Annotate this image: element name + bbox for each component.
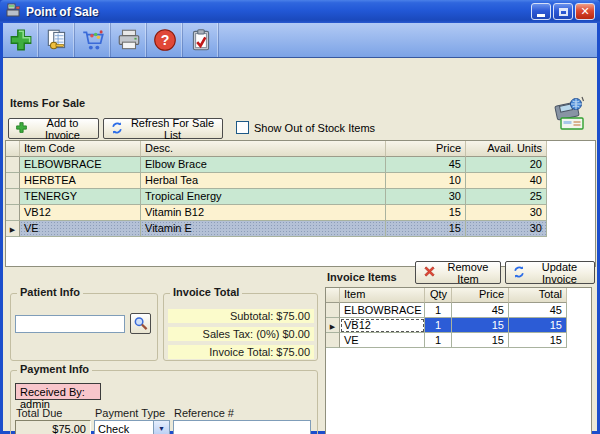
items-for-sale-title: Items For Sale bbox=[10, 97, 85, 109]
show-out-of-stock-checkbox[interactable] bbox=[236, 121, 249, 134]
table-row[interactable]: ELBOWBRACE 1 45 45 bbox=[326, 303, 591, 318]
column-header-item-code[interactable]: Item Code bbox=[20, 141, 141, 157]
close-button[interactable]: ✕ bbox=[575, 3, 595, 20]
invoice-items-title: Invoice Items bbox=[327, 271, 397, 283]
table-row[interactable]: HERBTEA Herbal Tea 10 40 bbox=[6, 173, 595, 189]
toolbar: ? bbox=[3, 23, 597, 58]
sales-tax-field: Sales Tax: (0%) $0.00 bbox=[168, 327, 314, 341]
table-row[interactable]: VE 1 15 15 bbox=[326, 333, 591, 348]
column-header-total[interactable]: Total bbox=[509, 288, 567, 303]
refresh-for-sale-label: Refresh For Sale List bbox=[129, 117, 216, 141]
column-header-price[interactable]: Price bbox=[386, 141, 466, 157]
update-invoice-label: Update Invoice bbox=[531, 261, 588, 285]
add-icon[interactable] bbox=[3, 23, 39, 57]
remove-x-icon bbox=[422, 264, 437, 281]
selector-header bbox=[326, 288, 340, 303]
payment-type-label: Payment Type bbox=[95, 407, 165, 419]
patient-info-title: Patient Info bbox=[17, 286, 83, 298]
title-bar[interactable]: Point of Sale ✕ bbox=[0, 0, 600, 23]
items-for-sale-grid: Item Code Desc. Price Avail. Units ELBOW… bbox=[5, 140, 596, 267]
app-icon bbox=[5, 2, 21, 22]
point-of-sale-window: Point of Sale ✕ ? Items For Sale bbox=[0, 0, 600, 434]
plus-icon bbox=[15, 121, 28, 136]
column-header-price[interactable]: Price bbox=[452, 288, 509, 303]
remove-item-button[interactable]: Remove Item bbox=[415, 261, 501, 284]
refresh-for-sale-button[interactable]: Refresh For Sale List bbox=[103, 118, 223, 139]
payment-type-select[interactable]: Check ▼ bbox=[94, 420, 170, 434]
show-out-of-stock-label: Show Out of Stock Items bbox=[254, 122, 375, 134]
table-row-selected[interactable]: ▶ VE Vitamin E 15 30 bbox=[6, 221, 595, 237]
add-to-invoice-button[interactable]: Add to Invoice bbox=[8, 118, 99, 139]
row-selector-arrow: ▶ bbox=[326, 318, 340, 333]
update-invoice-button[interactable]: Update Invoice bbox=[505, 261, 595, 284]
patient-search-input[interactable] bbox=[15, 315, 125, 333]
tasks-icon[interactable] bbox=[183, 23, 219, 57]
column-header-qty[interactable]: Qty bbox=[425, 288, 452, 303]
add-to-invoice-label: Add to Invoice bbox=[33, 117, 92, 141]
chevron-down-icon[interactable]: ▼ bbox=[153, 421, 169, 434]
row-selector-arrow: ▶ bbox=[6, 221, 20, 237]
column-header-item[interactable]: Item bbox=[340, 288, 425, 303]
table-row[interactable]: TENERGY Tropical Energy 30 25 bbox=[6, 189, 595, 205]
payment-info-title: Payment Info bbox=[17, 363, 92, 375]
help-icon[interactable]: ? bbox=[147, 23, 183, 57]
invoice-total-field: Invoice Total: $75.00 bbox=[168, 345, 314, 359]
column-header-desc[interactable]: Desc. bbox=[141, 141, 386, 157]
reference-input[interactable] bbox=[173, 420, 311, 434]
print-icon[interactable] bbox=[111, 23, 147, 57]
search-icon bbox=[133, 316, 148, 331]
column-header-units[interactable]: Avail. Units bbox=[466, 141, 547, 157]
total-due-value: $75.00 bbox=[15, 420, 91, 434]
invoice-items-grid: Item Qty Price Total ELBOWBRACE 1 45 45 … bbox=[325, 287, 592, 434]
table-row-selected[interactable]: ▶ VB12 1 15 15 bbox=[326, 318, 591, 333]
invoice-total-group: Invoice Total Subtotal: $75.00 Sales Tax… bbox=[163, 293, 318, 361]
received-by-field: Received By: admin bbox=[15, 383, 101, 400]
refresh-icon bbox=[512, 265, 526, 281]
subtotal-field: Subtotal: $75.00 bbox=[168, 309, 314, 323]
payment-info-group: Payment Info Received By: admin Total Du… bbox=[10, 370, 318, 434]
invoice-total-title: Invoice Total bbox=[170, 286, 242, 298]
svg-text:?: ? bbox=[160, 32, 169, 48]
minimize-button[interactable] bbox=[531, 3, 551, 20]
table-row[interactable]: VB12 Vitamin B12 15 30 bbox=[6, 205, 595, 221]
total-due-label: Total Due bbox=[16, 407, 62, 419]
pos-terminal-icon bbox=[552, 94, 588, 134]
remove-item-label: Remove Item bbox=[442, 261, 494, 285]
reports-icon[interactable] bbox=[39, 23, 75, 57]
reference-label: Reference # bbox=[174, 407, 234, 419]
patient-search-button[interactable] bbox=[130, 313, 151, 334]
table-row[interactable]: ELBOWBRACE Elbow Brace 45 20 bbox=[6, 157, 595, 173]
window-title: Point of Sale bbox=[26, 5, 99, 19]
refresh-icon bbox=[110, 121, 124, 137]
patient-info-group: Patient Info bbox=[10, 293, 158, 361]
payment-type-value: Check bbox=[95, 423, 153, 434]
sale-cart-icon[interactable] bbox=[75, 23, 111, 57]
client-area: Items For Sale Add to Invoice Refresh Fo… bbox=[3, 58, 597, 431]
selector-header bbox=[6, 141, 20, 157]
maximize-button[interactable] bbox=[553, 3, 573, 20]
